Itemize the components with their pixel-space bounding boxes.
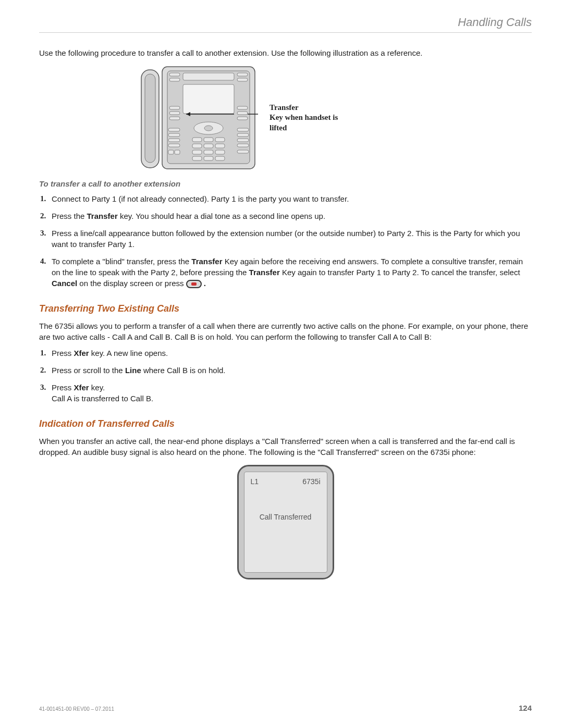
s2-step3-c: key. <box>89 383 105 392</box>
svg-rect-29 <box>237 144 249 147</box>
step-2: Press the Transfer key. You should hear … <box>52 211 532 221</box>
s2-step2-a: Press or scroll to the <box>52 366 125 375</box>
svg-rect-7 <box>237 73 248 76</box>
step-4-b: Transfer <box>191 257 222 266</box>
svg-rect-32 <box>204 138 213 142</box>
figure-callout: TransferKey when handset is lifted <box>270 103 353 133</box>
step-4-d: Transfer <box>249 268 280 277</box>
s2-step3-b: Xfer <box>74 383 89 392</box>
svg-rect-34 <box>192 144 202 148</box>
svg-rect-8 <box>237 78 248 81</box>
step-3: Press a line/call appearance button foll… <box>52 228 532 250</box>
phone-screen-figure: L1 6735i Call Transferred <box>39 465 532 579</box>
svg-rect-14 <box>237 112 248 115</box>
svg-rect-13 <box>237 106 248 109</box>
s2-step1-a: Press <box>52 349 74 357</box>
s2-step1-b: Xfer <box>74 349 89 357</box>
svg-rect-22 <box>168 139 180 142</box>
s2-step3-d: Call A is transferred to Call B. <box>52 394 153 403</box>
svg-rect-9 <box>183 84 234 114</box>
footer-docid: 41-001451-00 REV00 – 07.2011 <box>39 706 114 712</box>
page-header-title: Handling Calls <box>458 16 532 29</box>
s2-step1-c: key. A new line opens. <box>89 349 168 357</box>
phone-figure: TransferKey when handset is lifted <box>39 66 532 170</box>
screen-message: Call Transferred <box>244 513 327 521</box>
svg-rect-12 <box>169 117 180 120</box>
goodbye-key-icon <box>186 280 202 288</box>
step-4-a: To complete a "blind" transfer, press th… <box>52 257 191 266</box>
procedure-heading: To transfer a call to another extension <box>39 179 532 188</box>
svg-rect-5 <box>169 73 180 76</box>
s2-step3-a: Press <box>52 383 74 392</box>
step-4: To complete a "blind" transfer, press th… <box>52 256 532 289</box>
s2-step-3: Press Xfer key. Call A is transferred to… <box>52 382 532 404</box>
svg-rect-10 <box>169 106 180 109</box>
section-heading-indication: Indication of Transferred Calls <box>39 418 532 429</box>
svg-rect-37 <box>192 150 202 154</box>
s2-step2-c: where Call B is on hold. <box>141 366 226 375</box>
s2-step-1: Press Xfer key. A new line opens. <box>52 348 532 359</box>
svg-rect-1 <box>145 74 155 163</box>
screen-model: 6735i <box>302 477 320 486</box>
figure-callout-text: TransferKey when handset is lifted <box>270 103 338 132</box>
svg-rect-33 <box>215 138 225 142</box>
intro-paragraph: Use the following procedure to transfer … <box>39 47 532 58</box>
svg-rect-20 <box>168 128 180 131</box>
svg-rect-35 <box>204 144 213 148</box>
svg-rect-24 <box>168 150 174 154</box>
svg-rect-11 <box>169 112 180 115</box>
svg-rect-25 <box>175 150 180 154</box>
step-4-g: on the display screen or press <box>77 279 186 288</box>
step-4-h: . <box>204 279 206 288</box>
phone-illustration <box>138 66 258 170</box>
step-2-c: key. You should hear a dial tone as a se… <box>118 212 325 220</box>
step-1: Connect to Party 1 (if not already conne… <box>52 193 532 204</box>
step-4-f: Cancel <box>52 279 77 288</box>
step-4-e: Key again to transfer Party 1 to Party 2… <box>280 268 520 277</box>
svg-rect-31 <box>192 138 202 142</box>
step-3-text: Press a line/call appearance button foll… <box>52 229 520 249</box>
svg-rect-28 <box>237 139 249 142</box>
svg-rect-36 <box>215 144 225 148</box>
section2-steps: Press Xfer key. A new line opens. Press … <box>39 348 532 404</box>
svg-rect-4 <box>183 73 234 80</box>
svg-rect-38 <box>204 150 213 154</box>
section-heading-two-calls: Transferring Two Existing Calls <box>39 303 532 314</box>
svg-rect-15 <box>237 117 248 120</box>
svg-rect-40 <box>192 156 202 161</box>
page-header: Handling Calls <box>39 16 532 33</box>
svg-rect-39 <box>215 150 225 154</box>
footer-page-number: 124 <box>519 704 532 712</box>
procedure-steps: Connect to Party 1 (if not already conne… <box>39 193 532 289</box>
svg-rect-42 <box>215 156 225 161</box>
svg-rect-6 <box>169 78 180 81</box>
s2-step-2: Press or scroll to the Line where Call B… <box>52 365 532 376</box>
step-1-text: Connect to Party 1 (if not already conne… <box>52 194 349 203</box>
section2-para: The 6735i allows you to perform a transf… <box>39 320 532 342</box>
phone-screen-bezel: L1 6735i Call Transferred <box>237 465 334 579</box>
svg-rect-23 <box>168 144 180 147</box>
svg-rect-41 <box>204 156 213 161</box>
svg-rect-26 <box>237 128 249 131</box>
step-2-a: Press the <box>52 212 87 220</box>
svg-rect-27 <box>237 133 249 137</box>
svg-rect-21 <box>168 133 180 137</box>
svg-point-19 <box>204 126 213 131</box>
svg-rect-30 <box>237 150 249 153</box>
s2-step2-b: Line <box>125 366 141 375</box>
phone-screen-display: L1 6735i Call Transferred <box>244 472 327 573</box>
screen-line-indicator: L1 <box>251 477 259 486</box>
section3-para: When you transfer an active call, the ne… <box>39 436 532 458</box>
page-footer: 41-001451-00 REV00 – 07.2011 124 <box>39 704 532 712</box>
step-2-bold: Transfer <box>87 212 118 220</box>
